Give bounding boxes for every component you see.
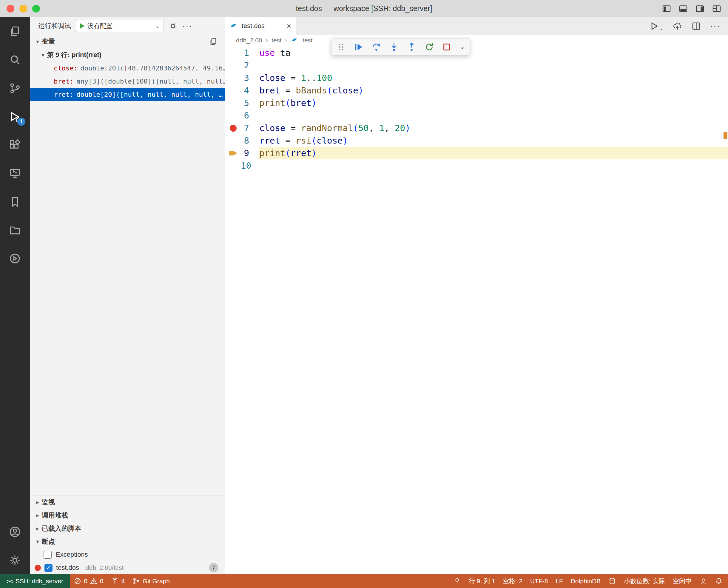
layout-sidebar-left-icon[interactable]	[662, 4, 671, 14]
step-out-icon[interactable]	[407, 42, 416, 52]
glyph-margin[interactable]	[225, 147, 241, 160]
bookmarks-icon[interactable]	[0, 187, 30, 216]
indentation[interactable]: 空格: 2	[499, 574, 526, 588]
glyph-margin[interactable]	[225, 134, 241, 147]
code-line[interactable]: 4bret = bBands(close)	[225, 84, 728, 97]
layout-sidebar-right-icon[interactable]	[695, 4, 705, 14]
chevron-down-icon[interactable]: ⌄	[459, 43, 465, 51]
split-editor-icon[interactable]	[691, 21, 701, 31]
section-header[interactable]: ▸监视	[30, 496, 225, 509]
glyph-margin[interactable]	[225, 59, 241, 71]
cloud-upload-icon[interactable]	[672, 21, 682, 31]
notifications-bell-icon[interactable]	[711, 574, 728, 588]
editor-group: test.dos × ⌄ ··· ddb_2.00 › test › t	[225, 17, 728, 574]
chevron-down-icon: ⌄	[155, 22, 160, 29]
source-control-icon[interactable]	[0, 74, 30, 102]
code-editor[interactable]: 1use ta23close = 1..1004bret = bBands(cl…	[225, 46, 728, 574]
breadcrumb-item[interactable]: test	[302, 37, 313, 44]
settings-gear-icon[interactable]	[0, 546, 30, 574]
debug-config-dropdown[interactable]: 没有配置 ⌄	[76, 20, 164, 32]
cursor-position[interactable]: 行 9, 列 1	[465, 574, 499, 588]
code-line[interactable]: 7close = randNormal(50, 1, 20)	[225, 122, 728, 134]
run-debug-icon[interactable]: 1	[0, 102, 30, 131]
section-header[interactable]: ▾断点	[30, 535, 225, 548]
close-icon[interactable]: ×	[287, 21, 291, 31]
remote-label: SSH: ddb_server	[16, 578, 63, 585]
line-number: 8	[241, 134, 259, 147]
grip-icon[interactable]	[336, 42, 346, 52]
code-line[interactable]: 3close = 1..100	[225, 71, 728, 84]
plug-icon[interactable]	[449, 574, 465, 588]
gear-icon[interactable]	[169, 21, 177, 30]
glyph-margin[interactable]	[225, 46, 241, 59]
decimal-setting[interactable]: 小数位数: 实际	[620, 574, 669, 588]
ports-count: 4	[121, 578, 125, 585]
breakpoint-dot[interactable]	[230, 125, 237, 132]
variable-row[interactable]: rret:double[20]([null, null, null, null,…	[30, 88, 225, 101]
database-icon[interactable]	[604, 574, 620, 588]
variable-row[interactable]: bret:any[3]([double[100]([null, null, nu…	[30, 75, 225, 88]
variable-row[interactable]: close:double[20]([48.78142836264547, 49.…	[30, 62, 225, 75]
glyph-margin[interactable]	[225, 122, 241, 134]
user-icon[interactable]	[695, 574, 711, 588]
step-over-icon[interactable]	[371, 42, 381, 52]
code-line[interactable]: 10	[225, 160, 728, 172]
code-line[interactable]: 9print(rret)	[225, 147, 728, 160]
stop-icon[interactable]	[442, 42, 452, 52]
remote-indicator[interactable]: >< SSH: ddb_server	[0, 574, 70, 588]
glyph-margin[interactable]	[225, 84, 241, 97]
glyph-margin[interactable]	[225, 97, 241, 109]
eol[interactable]: LF	[552, 574, 567, 588]
server-state[interactable]: 空闲中	[669, 574, 695, 588]
breakpoint-row[interactable]: ✓ test.dos ddb_2.00/test 7	[30, 561, 225, 574]
run-button[interactable]: ⌄	[649, 21, 664, 31]
git-graph-item[interactable]: Git Graph	[129, 574, 174, 588]
glyph-margin[interactable]	[225, 71, 241, 84]
chevron-right-icon: ›	[266, 37, 268, 44]
exceptions-row[interactable]: Exceptions	[30, 548, 225, 561]
line-number: 9	[241, 147, 259, 160]
layout-panel-icon[interactable]	[679, 4, 688, 14]
remote-explorer-icon[interactable]	[0, 159, 30, 187]
folder-icon[interactable]	[0, 216, 30, 244]
continue-icon[interactable]	[354, 42, 364, 52]
code-line[interactable]: 8rret = rsi(close)	[225, 134, 728, 147]
code-line[interactable]: 6	[225, 109, 728, 122]
line-number: 6	[241, 109, 259, 122]
extensions-icon[interactable]	[0, 131, 30, 159]
tab-test-dos[interactable]: test.dos ×	[225, 17, 296, 35]
variables-scope-label: 第 9 行: print(rret)	[47, 50, 102, 59]
problems-indicator[interactable]: 0 0	[70, 574, 107, 588]
start-debug-icon[interactable]	[80, 23, 84, 29]
more-actions-icon[interactable]: ···	[182, 23, 192, 29]
breadcrumb-item[interactable]: test	[272, 37, 282, 44]
ports-indicator[interactable]: 4	[107, 574, 129, 588]
circle-play-icon[interactable]	[0, 244, 30, 273]
variables-scope-row[interactable]: ▾ 第 9 行: print(rret)	[30, 48, 225, 62]
run-debug-sidebar: 运行和调试 没有配置 ⌄ ··· ▾ 变量 ▾ 第 9 行: print(rre…	[30, 17, 225, 574]
restart-icon[interactable]	[424, 42, 434, 52]
code-line[interactable]: 5print(bret)	[225, 97, 728, 109]
variables-section-header[interactable]: ▾ 变量	[30, 35, 225, 48]
ellipsis-icon[interactable]: ···	[710, 21, 720, 31]
exceptions-label: Exceptions	[56, 551, 88, 559]
language-mode[interactable]: DolphinDB	[567, 574, 604, 588]
section-header[interactable]: ▸调用堆栈	[30, 509, 225, 522]
chevron-down-icon[interactable]: ⌄	[660, 25, 664, 31]
overview-ruler-mark	[724, 132, 727, 139]
code-line[interactable]: 1use ta	[225, 46, 728, 59]
layout-customize-icon[interactable]	[712, 4, 722, 14]
code-line[interactable]: 2	[225, 59, 728, 71]
section-header[interactable]: ▸已载入的脚本	[30, 522, 225, 535]
account-icon[interactable]	[0, 518, 30, 546]
copy-icon[interactable]	[209, 37, 218, 46]
explorer-icon[interactable]	[0, 17, 30, 46]
breakpoint-checkbox[interactable]: ✓	[44, 564, 52, 572]
glyph-margin[interactable]	[225, 109, 241, 122]
glyph-margin[interactable]	[225, 160, 241, 172]
breadcrumb-item[interactable]: ddb_2.00	[236, 37, 262, 44]
exceptions-checkbox[interactable]	[44, 551, 51, 559]
encoding[interactable]: UTF-8	[526, 574, 552, 588]
search-icon[interactable]	[0, 46, 30, 74]
step-into-icon[interactable]	[389, 42, 399, 52]
